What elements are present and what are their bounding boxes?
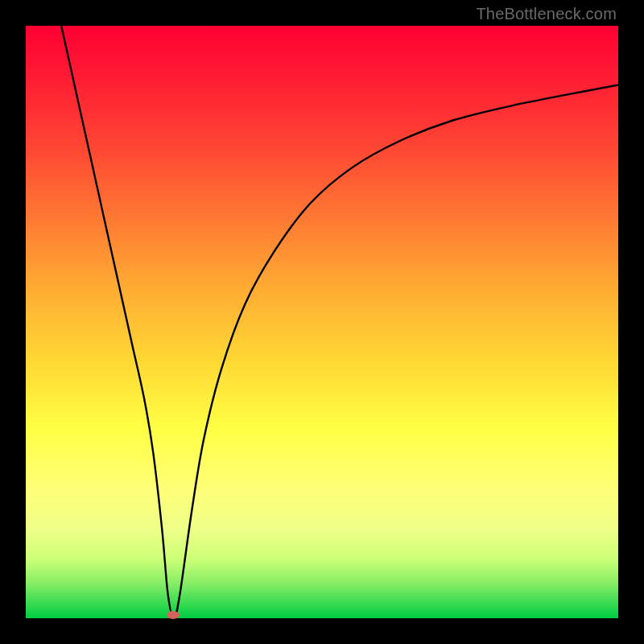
chart-frame: TheBottleneck.com [0,0,644,644]
watermark-text: TheBottleneck.com [476,5,617,23]
minimum-marker [167,611,180,619]
plot-area [26,26,618,618]
